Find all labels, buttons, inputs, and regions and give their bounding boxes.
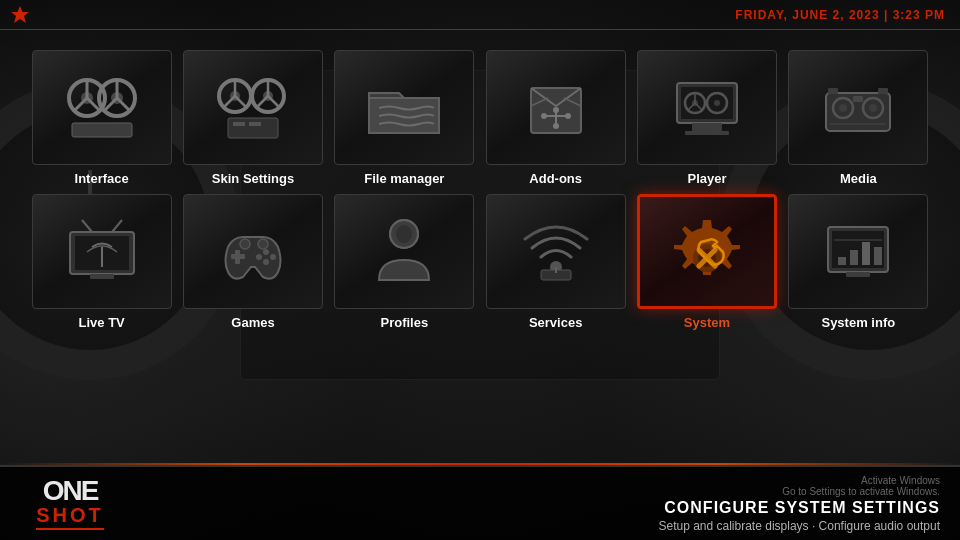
menu-item-live-tv-box[interactable] [32,194,172,309]
activate-windows-text: Activate Windows Go to Settings to activ… [782,475,940,497]
menu-item-file-manager-box[interactable] [334,50,474,165]
svg-line-54 [82,220,92,232]
menu-item-games[interactable]: Games [181,194,324,330]
svg-point-45 [839,104,847,112]
skin-settings-icon-container [184,51,322,164]
svg-rect-24 [249,122,261,126]
menu-item-system[interactable]: System [635,194,778,330]
media-icon [818,68,898,148]
svg-point-37 [714,100,720,106]
skin-settings-label: Skin Settings [212,171,294,186]
svg-point-60 [263,249,269,255]
menu-item-profiles-box[interactable] [334,194,474,309]
menu-item-media[interactable]: Media [787,50,930,186]
live-tv-icon [62,212,142,292]
svg-rect-81 [874,247,882,265]
services-label: Services [529,315,583,330]
top-bar: FRIDAY, JUNE 2, 2023 | 3:23 PM [0,0,960,30]
svg-marker-0 [11,6,29,23]
system-label: System [684,315,730,330]
menu-item-skin-settings[interactable]: Skin Settings [181,50,324,186]
file-manager-icon-container [335,51,473,164]
svg-rect-48 [853,96,863,102]
services-icon [516,212,596,292]
svg-rect-50 [828,88,838,94]
profiles-label: Profiles [380,315,428,330]
player-icon-container [638,51,776,164]
add-ons-icon [516,68,596,148]
games-icon-container [184,195,322,308]
svg-point-47 [869,104,877,112]
menu-item-system-box[interactable] [637,194,777,309]
menu-item-system-info[interactable]: System info [787,194,930,330]
menu-item-player[interactable]: Player [635,50,778,186]
configure-desc: Setup and calibrate displays · Configure… [658,519,940,533]
svg-rect-80 [862,242,870,265]
svg-point-30 [553,107,559,113]
svg-rect-57 [90,274,114,279]
svg-rect-59 [231,254,245,259]
logo-star-icon [10,5,30,25]
svg-rect-22 [228,118,278,138]
live-tv-icon-container [33,195,171,308]
menu-item-games-box[interactable] [183,194,323,309]
menu-item-profiles[interactable]: Profiles [333,194,476,330]
svg-rect-11 [72,123,132,137]
svg-rect-42 [685,131,729,135]
svg-point-67 [396,225,412,243]
svg-rect-79 [850,250,858,265]
logo-text-shot: SHOT [36,505,104,525]
svg-point-31 [553,123,559,129]
bottom-bar: ONE SHOT Activate Windows Go to Settings… [0,465,960,540]
skin-settings-icon [213,68,293,148]
svg-point-29 [565,113,571,119]
menu-item-services-box[interactable] [486,194,626,309]
svg-point-64 [240,239,250,249]
profiles-icon [364,212,444,292]
logo-text-one: ONE [43,477,98,505]
games-icon [213,212,293,292]
svg-rect-23 [233,122,245,126]
player-icon [667,68,747,148]
svg-line-20 [257,96,268,107]
svg-rect-51 [878,88,888,94]
menu-item-media-box[interactable] [788,50,928,165]
app-logo-small [10,5,30,29]
menu-item-skin-settings-box[interactable] [183,50,323,165]
profiles-icon-container [335,195,473,308]
menu-item-live-tv[interactable]: Live TV [30,194,173,330]
svg-point-65 [258,239,268,249]
menu-item-interface-box[interactable] [32,50,172,165]
system-info-label: System info [821,315,895,330]
player-label: Player [687,171,726,186]
menu-item-system-info-box[interactable] [788,194,928,309]
top-bar-line [0,29,960,30]
logo-area: ONE SHOT [20,471,120,536]
svg-line-10 [117,98,130,111]
logo-underline [36,528,104,530]
svg-rect-78 [838,257,846,265]
live-tv-label: Live TV [79,315,125,330]
add-ons-icon-container [487,51,625,164]
menu-item-interface[interactable]: Interface [30,50,173,186]
system-info-icon-container [789,195,927,308]
system-info-icon [818,212,898,292]
media-icon-container [789,51,927,164]
menu-item-player-box[interactable] [637,50,777,165]
svg-rect-41 [692,123,722,131]
services-icon-container [487,195,625,308]
main-menu-grid: Interface [30,35,930,345]
menu-item-services[interactable]: Services [484,194,627,330]
interface-icon-container [33,51,171,164]
svg-point-61 [270,254,276,260]
menu-item-file-manager[interactable]: File manager [333,50,476,186]
games-label: Games [231,315,274,330]
configure-title: CONFIGURE SYSTEM SETTINGS [664,499,940,517]
datetime-display: FRIDAY, JUNE 2, 2023 | 3:23 PM [735,8,945,22]
interface-label: Interface [75,171,129,186]
menu-item-add-ons-box[interactable] [486,50,626,165]
menu-item-add-ons[interactable]: Add-ons [484,50,627,186]
svg-line-16 [235,96,246,107]
svg-point-63 [256,254,262,260]
system-icon-container [640,197,774,306]
